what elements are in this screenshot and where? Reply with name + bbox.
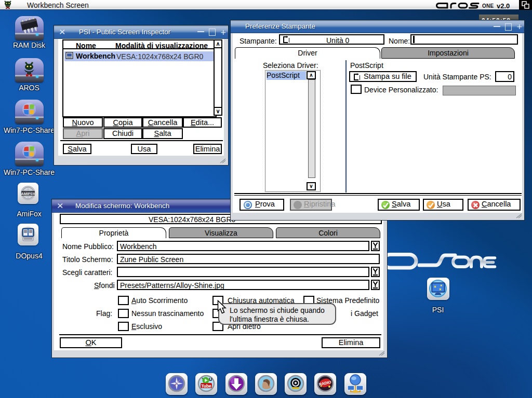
- svg-text:ONE: ONE: [482, 3, 494, 9]
- svg-text:v2.0: v2.0: [497, 2, 510, 10]
- svg-text:U: U: [209, 377, 212, 382]
- svg-text:AMIF0X: AMIF0X: [21, 191, 35, 196]
- svg-text:Tube: Tube: [201, 383, 211, 389]
